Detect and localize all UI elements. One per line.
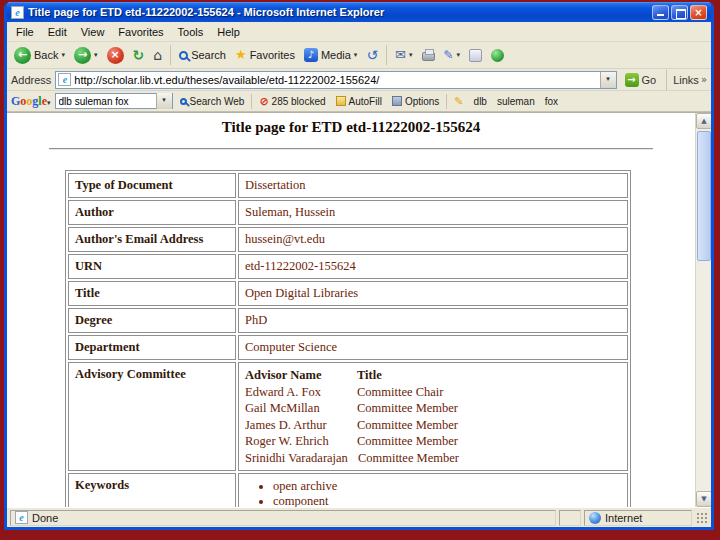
menu-edit[interactable]: Edit — [41, 24, 74, 40]
refresh-button[interactable]: ↻ — [130, 46, 148, 64]
go-button[interactable]: → Go — [621, 72, 661, 88]
mail-button[interactable]: ✉ ▾ — [392, 46, 415, 64]
table-row: Author's Email Address hussein@vt.edu — [68, 227, 628, 252]
search-web-button[interactable]: Search Web — [177, 94, 248, 109]
go-icon: → — [625, 73, 639, 87]
row-value: etd-11222002-155624 — [245, 259, 356, 273]
google-search-dropdown-icon[interactable]: ▾ — [156, 93, 172, 109]
term-button-dlb[interactable]: dlb — [471, 94, 490, 109]
row-label: Degree — [75, 313, 112, 327]
print-icon — [422, 52, 435, 61]
favorites-label: Favorites — [250, 49, 295, 61]
links-chevron-icon: » — [701, 74, 707, 85]
messenger-icon — [491, 49, 504, 62]
address-page-icon: e — [58, 73, 71, 86]
search-icon — [179, 51, 188, 60]
member-name: Roger W. Ehrich — [245, 433, 357, 450]
search-button[interactable]: Search — [176, 47, 229, 63]
keyword-item: component — [273, 495, 621, 508]
row-value: Suleman, Hussein — [245, 205, 335, 219]
mail-icon: ✉ — [395, 48, 406, 62]
history-icon: ↺ — [366, 48, 378, 62]
popup-blocked-button[interactable]: ⊘ 285 blocked — [256, 93, 328, 110]
row-value: hussein@vt.edu — [245, 232, 325, 246]
status-page-icon: e — [15, 511, 28, 524]
highlight-icon: ✎ — [454, 95, 463, 108]
google-logo-button[interactable]: Google ▾ — [11, 94, 51, 109]
google-search-box: ▾ — [55, 93, 173, 109]
committee-header-row: Advisor Name Title — [245, 367, 621, 384]
term-button-fox[interactable]: fox — [542, 94, 561, 109]
menu-file[interactable]: File — [9, 24, 41, 40]
options-icon — [392, 96, 402, 106]
status-panel-spacer — [559, 510, 581, 526]
history-button[interactable]: ↺ — [363, 46, 381, 64]
media-icon: ♪ — [304, 48, 318, 62]
titlebar[interactable]: e Title page for ETD etd-11222002-155624… — [7, 2, 711, 22]
autofill-button[interactable]: AutoFill — [333, 94, 385, 109]
standard-toolbar: ← Back ▾ → ▾ × ↻ ⌂ Search ★ Favorites ♪ … — [7, 42, 711, 69]
discuss-button[interactable] — [466, 47, 485, 64]
minimize-button[interactable] — [652, 5, 669, 20]
go-label: Go — [642, 74, 657, 86]
print-button[interactable] — [419, 47, 438, 63]
forward-icon: → — [74, 47, 91, 64]
options-button[interactable]: Options — [389, 94, 442, 109]
advisory-committee-row: Advisory Committee Advisor Name Title Ed… — [68, 362, 628, 471]
status-panel-main: e Done — [10, 510, 556, 526]
resize-grip[interactable] — [695, 511, 708, 524]
media-dropdown-icon: ▾ — [354, 51, 358, 59]
table-row: URN etd-11222002-155624 — [68, 254, 628, 279]
address-dropdown-icon[interactable]: ▾ — [600, 72, 616, 88]
popup-blocked-icon: ⊘ — [259, 95, 268, 108]
security-zone-label: Internet — [605, 512, 642, 524]
links-button[interactable]: Links » — [673, 74, 707, 86]
back-button[interactable]: ← Back ▾ — [11, 45, 68, 66]
forward-button[interactable]: → ▾ — [71, 45, 101, 66]
row-value: Dissertation — [245, 178, 305, 192]
scroll-down-icon[interactable]: ▼ — [696, 491, 711, 507]
internet-globe-icon — [589, 512, 601, 524]
messenger-button[interactable] — [488, 47, 507, 64]
menu-help[interactable]: Help — [210, 24, 247, 40]
vertical-scrollbar[interactable]: ▲ ▼ — [695, 113, 711, 507]
status-panel-zone: Internet — [584, 510, 692, 526]
edit-button[interactable]: ✎ ▾ — [441, 46, 464, 64]
row-label: Author's Email Address — [75, 232, 203, 246]
browser-viewport: Title page for ETD etd-11222002-155624 T… — [7, 112, 711, 507]
term-button-suleman[interactable]: suleman — [494, 94, 538, 109]
member-title: Committee Member — [357, 400, 458, 417]
row-label: Department — [75, 340, 140, 354]
row-value: Open Digital Libraries — [245, 286, 358, 300]
scrollbar-thumb[interactable] — [697, 131, 711, 261]
search-web-label: Search Web — [190, 96, 245, 107]
address-separator — [666, 70, 667, 90]
favorites-button[interactable]: ★ Favorites — [232, 46, 298, 64]
member-name: Srinidhi Varadarajan — [245, 450, 358, 467]
table-row: Degree PhD — [68, 308, 628, 333]
back-dropdown-icon: ▾ — [61, 51, 65, 59]
row-label: Title — [75, 286, 100, 300]
page-title: Title page for ETD etd-11222002-155624 — [7, 119, 695, 136]
menu-bar: File Edit View Favorites Tools Help — [7, 22, 711, 42]
maximize-button[interactable] — [671, 5, 688, 20]
menu-view[interactable]: View — [74, 24, 112, 40]
row-label: Keywords — [75, 478, 129, 492]
window-title: Title page for ETD etd-11222002-155624 -… — [28, 6, 648, 18]
highlight-button[interactable]: ✎ — [451, 93, 466, 110]
stop-button[interactable]: × — [104, 45, 127, 66]
address-input[interactable] — [71, 74, 599, 86]
discuss-icon — [469, 49, 482, 62]
toolbar-separator — [170, 45, 171, 65]
home-button[interactable]: ⌂ — [150, 46, 165, 64]
menu-tools[interactable]: Tools — [171, 24, 211, 40]
google-search-input[interactable] — [56, 96, 156, 107]
media-button[interactable]: ♪ Media ▾ — [301, 46, 360, 64]
favorites-icon: ★ — [235, 48, 247, 62]
etd-title-page: Title page for ETD etd-11222002-155624 T… — [7, 113, 695, 507]
edit-dropdown-icon: ▾ — [457, 51, 461, 59]
keywords-row: Keywords open archive component system a… — [68, 473, 628, 507]
scroll-up-icon[interactable]: ▲ — [696, 113, 711, 129]
close-button[interactable]: × — [690, 5, 707, 20]
menu-favorites[interactable]: Favorites — [111, 24, 170, 40]
